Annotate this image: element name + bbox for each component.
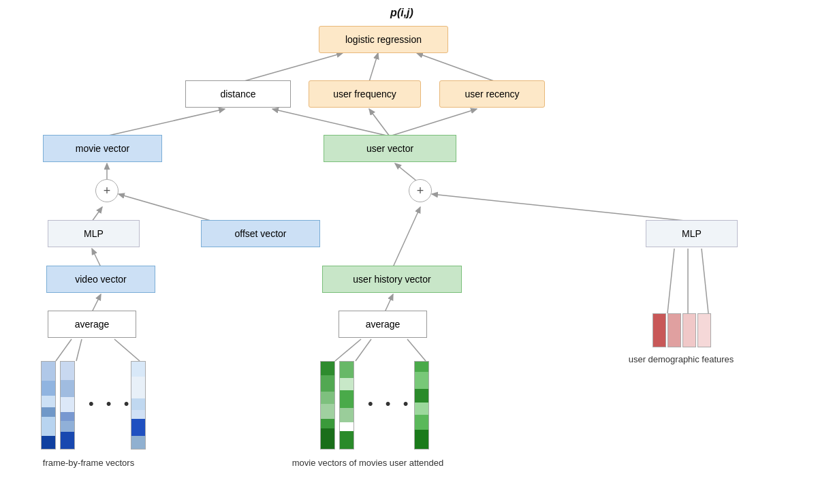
offset-vector-label: offset vector	[234, 228, 286, 239]
movie-bar-col-last	[414, 361, 429, 450]
svg-line-22	[667, 249, 674, 313]
mlp-right-node: MLP	[646, 220, 738, 247]
demo-bars	[653, 313, 711, 347]
frame-label: frame-by-frame vectors	[20, 458, 157, 468]
svg-line-4	[272, 109, 390, 136]
offset-vector-node: offset vector	[201, 220, 320, 247]
plus-left-icon: +	[104, 184, 111, 198]
svg-line-13	[92, 249, 101, 267]
video-vector-node: video vector	[46, 266, 155, 293]
average-right-label: average	[366, 319, 400, 330]
user-vector-label: user vector	[366, 143, 413, 154]
svg-line-14	[92, 294, 101, 312]
movie-label: movie vectors of movies user attended	[266, 458, 470, 468]
plus-left-node: +	[95, 179, 119, 202]
distance-node: distance	[185, 80, 291, 108]
svg-line-2	[417, 53, 496, 82]
mlp-left-node: MLP	[48, 220, 140, 247]
demo-label: user demographic features	[613, 354, 749, 364]
svg-line-3	[106, 109, 225, 136]
svg-line-0	[242, 53, 343, 82]
user-vector-node: user vector	[324, 135, 456, 162]
average-left-label: average	[75, 319, 110, 330]
movie-vector-label: movie vector	[76, 143, 129, 154]
movie-bar-col-2	[339, 361, 354, 450]
svg-line-17	[76, 339, 82, 361]
average-right-node: average	[339, 311, 427, 338]
user-frequency-node: user frequency	[309, 80, 421, 108]
distance-label: distance	[220, 89, 255, 99]
movie-vector-node: movie vector	[43, 135, 162, 162]
plus-right-node: +	[409, 179, 432, 202]
svg-line-20	[356, 339, 371, 361]
svg-line-6	[390, 109, 477, 136]
svg-line-15	[385, 294, 393, 312]
movie-dots: • • •	[368, 395, 412, 413]
svg-line-19	[335, 339, 361, 361]
logistic-regression-label: logistic regression	[345, 34, 422, 45]
svg-line-8	[92, 207, 102, 221]
svg-line-16	[56, 339, 72, 361]
user-frequency-label: user frequency	[333, 89, 396, 99]
movie-bar-col-1	[320, 361, 335, 450]
svg-line-18	[114, 339, 140, 361]
user-recency-label: user recency	[465, 89, 519, 99]
svg-line-12	[432, 194, 691, 221]
user-history-vector-label: user history vector	[353, 274, 430, 285]
logistic-regression-node: logistic regression	[319, 26, 448, 53]
svg-line-21	[407, 339, 426, 361]
svg-line-1	[369, 53, 378, 82]
frame-bar-col-last	[131, 361, 146, 450]
diagram-title: p(i,j)	[375, 7, 429, 19]
frame-bar-col-1	[41, 361, 56, 450]
average-left-node: average	[48, 311, 136, 338]
video-vector-label: video vector	[75, 274, 126, 285]
svg-line-24	[702, 249, 708, 313]
user-recency-node: user recency	[439, 80, 545, 108]
user-history-vector-node: user history vector	[322, 266, 462, 293]
plus-right-icon: +	[417, 184, 424, 198]
svg-line-11	[393, 207, 420, 267]
mlp-left-label: MLP	[84, 228, 104, 239]
frame-bar-col-2	[60, 361, 75, 450]
svg-line-5	[369, 109, 390, 136]
frame-dots: • • •	[89, 395, 133, 413]
diagram: p(i,j) logistic regression distance user…	[0, 0, 833, 504]
mlp-right-label: MLP	[682, 228, 702, 239]
